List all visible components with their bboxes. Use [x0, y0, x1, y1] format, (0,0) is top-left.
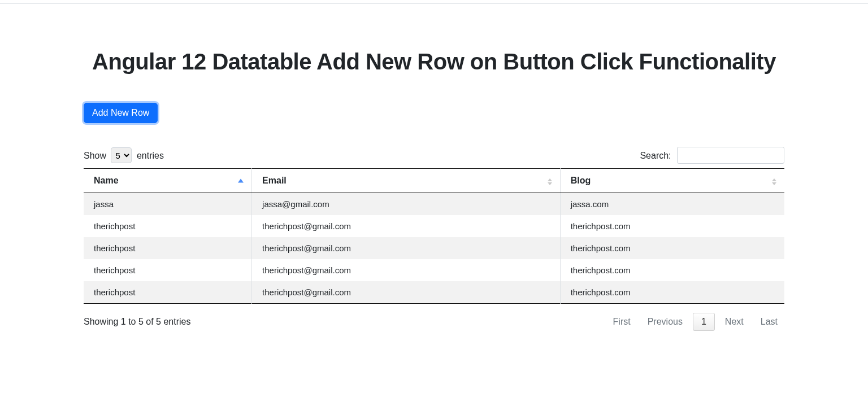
table-row: therichpost therichpost@gmail.com theric… — [84, 281, 784, 304]
table-footer: Showing 1 to 5 of 5 entries First Previo… — [84, 313, 784, 331]
cell-name: therichpost — [84, 215, 252, 237]
table-row: therichpost therichpost@gmail.com theric… — [84, 259, 784, 281]
cell-blog: jassa.com — [560, 193, 784, 216]
table-header-row: Name Email Blog — [84, 169, 784, 193]
entries-select[interactable]: 5 — [111, 147, 132, 163]
table-controls: Show 5 entries Search: — [84, 147, 784, 164]
pager-current[interactable]: 1 — [693, 313, 715, 331]
length-control: Show 5 entries — [84, 147, 164, 163]
cell-blog: therichpost.com — [560, 281, 784, 304]
search-label: Search: — [640, 151, 671, 160]
cell-blog: therichpost.com — [560, 215, 784, 237]
cell-blog: therichpost.com — [560, 237, 784, 259]
column-header-email[interactable]: Email — [252, 169, 561, 193]
column-header-email-label: Email — [262, 176, 287, 185]
cell-email: therichpost@gmail.com — [252, 237, 561, 259]
pager-previous[interactable]: Previous — [641, 313, 689, 330]
cell-blog: therichpost.com — [560, 259, 784, 281]
cell-email: therichpost@gmail.com — [252, 215, 561, 237]
cell-email: therichpost@gmail.com — [252, 281, 561, 304]
data-table: Name Email Blog jassa jassa@gmail.com ja… — [84, 168, 784, 304]
pager-next[interactable]: Next — [718, 313, 750, 330]
table-info: Showing 1 to 5 of 5 entries — [84, 317, 190, 327]
show-label: Show — [84, 151, 106, 160]
pager-first[interactable]: First — [606, 313, 637, 330]
search-input[interactable] — [677, 147, 784, 164]
table-row: therichpost therichpost@gmail.com theric… — [84, 237, 784, 259]
cell-name: jassa — [84, 193, 252, 216]
column-header-blog[interactable]: Blog — [560, 169, 784, 193]
cell-name: therichpost — [84, 259, 252, 281]
table-row: therichpost therichpost@gmail.com theric… — [84, 215, 784, 237]
pager: First Previous 1 Next Last — [603, 313, 784, 331]
page-title: Angular 12 Datatable Add New Row on Butt… — [84, 49, 784, 75]
search-control: Search: — [640, 147, 784, 164]
cell-name: therichpost — [84, 281, 252, 304]
column-header-name-label: Name — [94, 176, 119, 185]
pager-last[interactable]: Last — [754, 313, 784, 330]
entries-label: entries — [137, 151, 164, 160]
page-container: Angular 12 Datatable Add New Row on Butt… — [84, 49, 784, 353]
add-new-row-button[interactable]: Add New Row — [84, 103, 158, 123]
top-divider — [0, 3, 868, 4]
column-header-blog-label: Blog — [571, 176, 591, 185]
cell-email: jassa@gmail.com — [252, 193, 561, 216]
column-header-name[interactable]: Name — [84, 169, 252, 193]
cell-email: therichpost@gmail.com — [252, 259, 561, 281]
cell-name: therichpost — [84, 237, 252, 259]
table-row: jassa jassa@gmail.com jassa.com — [84, 193, 784, 216]
